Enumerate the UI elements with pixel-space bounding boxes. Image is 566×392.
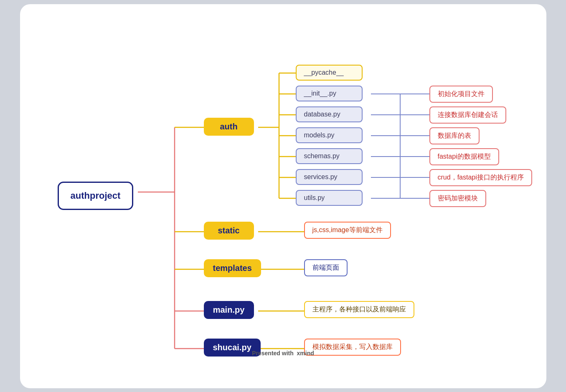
file-dbpy: database.py [296,106,363,122]
desc-models: 数据库的表 [429,127,480,144]
file-modelspy-label: models.py [304,132,335,139]
desc-services-label: crud，fastapi接口的执行程序 [438,173,524,182]
desc-utils: 密码加密模块 [429,190,486,207]
desc-models-label: 数据库的表 [438,132,471,140]
file-utilspy: utils.py [296,190,363,206]
desc-schemas-label: fastapi的数据模型 [438,152,491,161]
desc-mainpy: 主程序，各种接口以及前端响应 [304,301,414,318]
file-dbpy-label: database.py [304,111,340,118]
branch-auth: auth [204,118,254,136]
desc-init-label: 初始化项目文件 [438,90,485,99]
desc-templates-label: 前端页面 [312,263,339,272]
file-utilspy-label: utils.py [304,194,325,202]
footer-prefix: Presented with [252,350,294,357]
desc-utils-label: 密码加密模块 [438,194,478,203]
file-pycache: __pycache__ [296,65,363,81]
desc-schemas: fastapi的数据模型 [429,148,499,165]
root-label: authproject [71,190,121,201]
branch-auth-label: auth [220,122,237,132]
file-initpy-label: __init__.py [304,90,336,97]
card: authproject auth static templates main.p… [20,4,546,388]
desc-db-label: 连接数据库创建会话 [438,111,498,119]
branch-shucaipy-label: shucai.py [213,343,251,352]
desc-db: 连接数据库创建会话 [429,106,506,124]
branch-templates-label: templates [213,263,252,273]
file-schemaspy: schemas.py [296,148,363,164]
root-node: authproject [58,182,134,210]
file-schemaspy-label: schemas.py [304,152,340,160]
file-initpy: __init__.py [296,86,363,101]
desc-shucaipy-label: 模拟数据采集，写入数据库 [312,343,393,352]
desc-templates: 前端页面 [304,259,348,276]
branch-mainpy-label: main.py [213,305,245,315]
desc-mainpy-label: 主程序，各种接口以及前端响应 [312,305,406,314]
branch-static: static [204,222,254,240]
footer: Presented with xmind [252,350,314,357]
desc-init: 初始化项目文件 [429,86,493,103]
file-servicespy: services.py [296,169,363,185]
desc-shucaipy: 模拟数据采集，写入数据库 [304,339,401,356]
desc-services: crud，fastapi接口的执行程序 [429,169,532,186]
branch-static-label: static [218,226,239,235]
branch-templates: templates [204,259,261,277]
desc-static: js,css,image等前端文件 [304,222,391,239]
branch-mainpy: main.py [204,301,254,319]
diagram: authproject auth static templates main.p… [45,21,521,363]
file-pycache-label: __pycache__ [304,69,344,76]
file-servicespy-label: services.py [304,173,338,181]
desc-static-label: js,css,image等前端文件 [312,226,383,235]
footer-brand: xmind [297,350,314,357]
file-modelspy: models.py [296,127,363,143]
